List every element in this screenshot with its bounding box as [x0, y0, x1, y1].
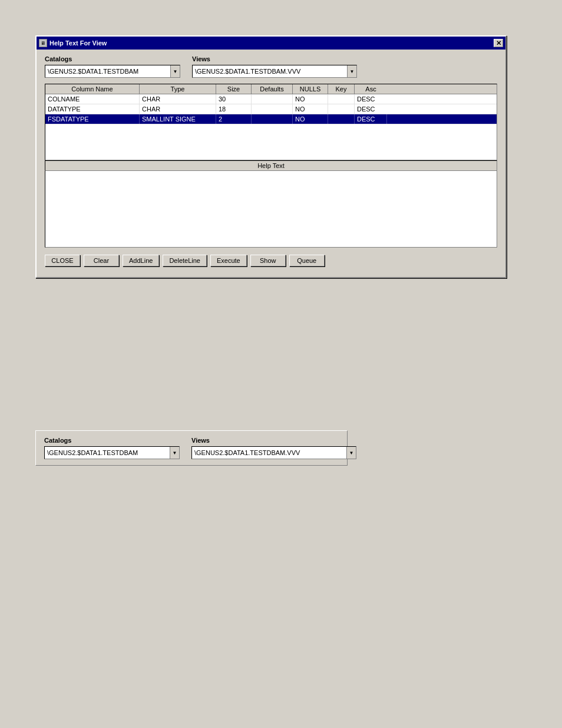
execute-button[interactable]: Execute — [210, 255, 247, 266]
views-label: Views — [192, 55, 357, 62]
second-views-value: \GENUS2.$DATA1.TESTDBAM.VVV — [192, 448, 346, 457]
cell-size-2: 2 — [216, 114, 252, 124]
catalogs-group: Catalogs \GENUS2.$DATA1.TESTDBAM — [45, 55, 180, 78]
second-panel: Catalogs \GENUS2.$DATA1.TESTDBAM Views \… — [35, 430, 348, 466]
cell-colname-0: COLNAME — [45, 94, 140, 104]
col-header-type: Type — [140, 84, 216, 94]
data-table: Column Name Type Size Defaults NULLS Key… — [45, 84, 497, 160]
cell-asc-2: DESC — [355, 114, 387, 124]
views-select-wrapper[interactable]: \GENUS2.$DATA1.TESTDBAM.VVV — [192, 65, 357, 78]
close-button[interactable]: CLOSE — [45, 255, 80, 266]
cell-type-0: CHAR — [140, 94, 216, 104]
table-row[interactable]: DATATYPE CHAR 18 NO DESC — [45, 104, 497, 114]
empty-rows — [45, 124, 497, 160]
cell-colname-1: DATATYPE — [45, 104, 140, 114]
buttons-row: CLOSE Clear AddLine DeleteLine Execute S… — [45, 255, 497, 271]
title-bar: 🖥 Help Text For View ✕ — [37, 37, 505, 50]
second-views-dropdown-btn[interactable] — [346, 447, 356, 459]
cell-defaults-2 — [252, 114, 293, 124]
addline-button[interactable]: AddLine — [123, 255, 159, 266]
cell-asc-1: DESC — [355, 104, 387, 114]
cell-key-0 — [328, 94, 355, 104]
cell-nulls-2: NO — [293, 114, 328, 124]
cell-type-1: CHAR — [140, 104, 216, 114]
help-text-body[interactable] — [45, 171, 497, 248]
title-bar-left: 🖥 Help Text For View — [39, 39, 107, 47]
col-header-key: Key — [328, 84, 355, 94]
show-button[interactable]: Show — [250, 255, 286, 266]
cell-key-1 — [328, 104, 355, 114]
views-group: Views \GENUS2.$DATA1.TESTDBAM.VVV — [192, 55, 357, 78]
cell-colname-2: FSDATATYPE — [45, 114, 140, 124]
cell-defaults-1 — [252, 104, 293, 114]
table-row[interactable]: FSDATATYPE SMALLINT SIGNE 2 NO DESC — [45, 114, 497, 124]
cell-size-1: 18 — [216, 104, 252, 114]
col-header-size: Size — [216, 84, 252, 94]
close-button[interactable]: ✕ — [494, 39, 503, 47]
second-catalogs-label: Catalogs — [44, 437, 180, 444]
second-catalogs-value: \GENUS2.$DATA1.TESTDBAM — [45, 448, 170, 457]
catalogs-dropdown-btn[interactable] — [170, 65, 180, 77]
table-body: COLNAME CHAR 30 NO DESC DATATYPE CHAR 18… — [45, 94, 497, 160]
views-value: \GENUS2.$DATA1.TESTDBAM.VVV — [193, 67, 347, 76]
main-dialog: 🖥 Help Text For View ✕ Catalogs \GENUS2.… — [35, 35, 507, 278]
col-header-column-name: Column Name — [45, 84, 140, 94]
views-dropdown-btn[interactable] — [347, 65, 356, 77]
col-header-asc: Asc — [355, 84, 387, 94]
deleteline-button[interactable]: DeleteLine — [163, 255, 207, 266]
table-header: Column Name Type Size Defaults NULLS Key… — [45, 84, 497, 94]
queue-button[interactable]: Queue — [289, 255, 325, 266]
catalog-views-row: Catalogs \GENUS2.$DATA1.TESTDBAM Views \… — [45, 55, 497, 78]
col-header-nulls: NULLS — [293, 84, 328, 94]
help-text-section: Help Text — [45, 160, 497, 248]
second-views-group: Views \GENUS2.$DATA1.TESTDBAM.VVV — [191, 437, 356, 459]
clear-button[interactable]: Clear — [84, 255, 119, 266]
cell-nulls-1: NO — [293, 104, 328, 114]
cell-key-2 — [328, 114, 355, 124]
app-icon: 🖥 — [39, 39, 47, 47]
second-cv-row: Catalogs \GENUS2.$DATA1.TESTDBAM Views \… — [44, 437, 339, 459]
cell-asc-0: DESC — [355, 94, 387, 104]
second-catalogs-select[interactable]: \GENUS2.$DATA1.TESTDBAM — [44, 446, 180, 459]
cell-nulls-0: NO — [293, 94, 328, 104]
dialog-content: Catalogs \GENUS2.$DATA1.TESTDBAM Views \… — [37, 50, 505, 277]
second-catalogs-dropdown-btn[interactable] — [170, 447, 179, 459]
second-views-label: Views — [191, 437, 356, 444]
cell-type-2: SMALLINT SIGNE — [140, 114, 216, 124]
second-views-select[interactable]: \GENUS2.$DATA1.TESTDBAM.VVV — [191, 446, 356, 459]
dialog-title: Help Text For View — [49, 39, 107, 47]
catalogs-label: Catalogs — [45, 55, 180, 62]
cell-size-0: 30 — [216, 94, 252, 104]
table-row[interactable]: COLNAME CHAR 30 NO DESC — [45, 94, 497, 104]
catalogs-select-wrapper[interactable]: \GENUS2.$DATA1.TESTDBAM — [45, 65, 180, 78]
col-header-defaults: Defaults — [252, 84, 293, 94]
cell-defaults-0 — [252, 94, 293, 104]
catalogs-value: \GENUS2.$DATA1.TESTDBAM — [45, 67, 170, 76]
help-text-header: Help Text — [45, 160, 497, 171]
second-catalogs-group: Catalogs \GENUS2.$DATA1.TESTDBAM — [44, 437, 180, 459]
